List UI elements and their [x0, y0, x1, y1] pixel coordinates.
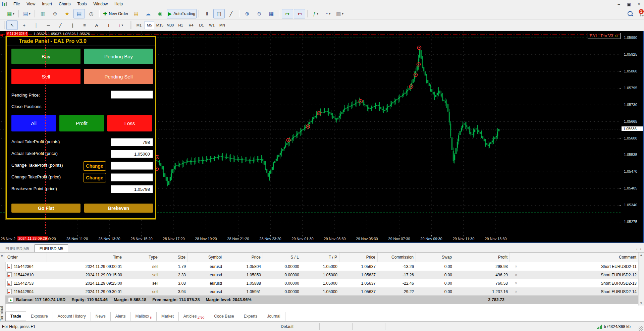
terminal-tab-market[interactable]: Market [157, 312, 179, 321]
change-takeprofit-points-input[interactable] [111, 162, 153, 170]
pending-buy-button[interactable]: Pending Buy [84, 49, 153, 64]
column-header-Type[interactable]: Type ∕ [124, 253, 160, 262]
column-header-Time[interactable]: Time [47, 253, 124, 262]
equidistant-channel-tool-button[interactable]: ∥ [67, 20, 78, 30]
timeframe-m30[interactable]: M30 [165, 21, 175, 29]
profiles-button[interactable]: ▤▾ [21, 9, 33, 18]
indicators-dropdown-icon[interactable]: ▾ [317, 12, 318, 15]
terminal-tab-alerts[interactable]: Alerts [111, 312, 131, 321]
menu-help[interactable]: Help [111, 1, 126, 7]
terminal-close-button[interactable]: x [1, 254, 3, 258]
minimize-button[interactable]: – [614, 0, 624, 8]
terminal-tab-articles[interactable]: Articles1790 [179, 312, 209, 321]
terminal-tab-account-history[interactable]: Account History [53, 312, 91, 321]
order-row[interactable]: 1154423642024.11.29 09:00:01sell1.79euru… [5, 262, 639, 271]
zoom-in-button[interactable]: ⊕ [241, 9, 253, 18]
close-order-icon[interactable]: × [515, 264, 517, 269]
pending-sell-button[interactable]: Pending Sell [84, 69, 153, 84]
strategy-tester-button[interactable]: ◷ [86, 9, 97, 18]
terminal-tab-code-base[interactable]: Code Base [209, 312, 239, 321]
search-icon[interactable] [628, 11, 633, 16]
order-cell-wrap[interactable]: × [510, 264, 519, 269]
chart-line-button[interactable]: ╱ [225, 9, 237, 18]
market-watch-button[interactable]: ▥ [37, 9, 49, 18]
menu-tools[interactable]: Tools [74, 1, 90, 7]
order-cell-wrap[interactable]: × [510, 281, 519, 286]
order-cell-wrap[interactable]: × [510, 273, 519, 277]
timeframe-m15[interactable]: M15 [155, 21, 165, 29]
toolbar-grip-2[interactable] [4, 21, 5, 29]
order-cell-wrap[interactable]: × [510, 289, 519, 294]
templates-dropdown-icon[interactable]: ▾ [342, 12, 343, 15]
timeframe-m5[interactable]: M5 [145, 21, 154, 29]
chart-bars-button[interactable]: ‖ [201, 9, 213, 18]
chart-area[interactable]: ◀ # 11 34 328 4 1.05626 1.05637 1.05626 … [0, 31, 644, 242]
menu-charts[interactable]: Charts [55, 1, 74, 7]
scroll-down-icon[interactable]: ▼ [640, 301, 643, 305]
status-profile[interactable]: Default [278, 323, 319, 330]
toolbar-grip-3[interactable] [130, 21, 131, 29]
order-row[interactable]: 1154427532024.11.29 09:25:00sell3.03euru… [5, 279, 639, 287]
brekeven-button[interactable]: Brekeven [84, 204, 153, 213]
column-header-close[interactable] [510, 253, 519, 262]
zoom-out-button[interactable]: ⊖ [254, 9, 265, 18]
chart-tab-1[interactable]: EURUSD,M5 [35, 244, 68, 253]
news-signal-button[interactable]: ◉ [155, 9, 166, 18]
timeframe-mn[interactable]: MN [217, 21, 227, 29]
terminal-tab-exposure[interactable]: Exposure [26, 312, 53, 321]
chat-button[interactable]: 1 [640, 11, 641, 16]
close-loss-button[interactable]: Loss [107, 115, 152, 131]
autotrading-button[interactable]: ▶AutoTrading [167, 9, 197, 18]
profiles-dropdown-icon[interactable]: ▾ [29, 12, 31, 15]
fibonacci-tool-button[interactable]: ≡ [79, 20, 90, 30]
timeframe-m1[interactable]: M1 [134, 21, 144, 29]
pending-price-input[interactable] [111, 91, 153, 99]
actual-takeprofit-points-input[interactable] [111, 138, 153, 146]
auto-scroll-button[interactable]: ↦ [282, 9, 293, 18]
terminal-tab-experts[interactable]: Experts [239, 312, 263, 321]
metaeditor-button[interactable]: ▤ [130, 9, 142, 18]
menu-insert[interactable]: Insert [39, 1, 55, 7]
column-header-Profit[interactable]: Profit [454, 253, 510, 262]
scroll-up-icon[interactable]: ▲ [640, 253, 643, 257]
tile-windows-button[interactable]: ▦ [266, 9, 277, 18]
timeframe-h4[interactable]: H4 [186, 21, 196, 29]
indicators-button[interactable]: ƒ▾ [310, 9, 321, 18]
close-order-icon[interactable]: × [515, 273, 517, 277]
actual-takeprofit-price-input[interactable] [111, 150, 153, 158]
terminal-tab-trade[interactable]: Trade [5, 312, 26, 321]
timeframe-d1[interactable]: D1 [197, 21, 206, 29]
go-flat-button[interactable]: Go Flat [11, 204, 80, 213]
text-tool-button[interactable]: A [91, 20, 102, 30]
column-header-Size[interactable]: Size [160, 253, 188, 262]
column-header-Swap[interactable]: Swap [416, 253, 454, 262]
restore-button[interactable]: ▣ [624, 0, 634, 8]
change-takeprofit-points-change-button[interactable]: Change [83, 161, 106, 171]
tab-scroll-left-icon[interactable]: ‹ [636, 247, 638, 251]
cursor-tool-button[interactable]: ↖ [6, 20, 18, 30]
terminal-tab-mailbox[interactable]: Mailbox8 [130, 312, 157, 321]
trendline-tool-button[interactable]: ╱ [55, 20, 66, 30]
chart-shift-button[interactable]: ↤ [294, 9, 305, 18]
close-all-button[interactable]: All [11, 115, 56, 131]
close-profit-button[interactable]: Profit [59, 115, 104, 131]
templates-button[interactable]: ▨▾ [334, 9, 345, 18]
menu-file[interactable]: File [10, 1, 23, 7]
chart-tab-0[interactable]: EURUSD,M5 [1, 245, 34, 253]
terminal-tab-news[interactable]: News [91, 312, 111, 321]
menu-view[interactable]: View [23, 1, 39, 7]
vertical-line-tool-button[interactable]: │ [31, 20, 42, 30]
column-header-Symbol[interactable]: Symbol [188, 253, 224, 262]
order-row[interactable]: 1154426102024.11.29 09:15:00sell2.33euru… [5, 271, 639, 279]
terminal-tab-journal[interactable]: Journal [262, 312, 285, 321]
menu-window[interactable]: Window [90, 1, 111, 7]
change-takeprofit-price-input[interactable] [111, 173, 153, 181]
timeframe-h1[interactable]: H1 [176, 21, 185, 29]
new-chart-button[interactable]: ▦▾ [5, 9, 16, 18]
tab-scroll-right-icon[interactable]: › [640, 247, 641, 251]
community-cloud-button[interactable]: ☁ [143, 9, 154, 18]
column-header-Price[interactable]: Price [224, 253, 263, 262]
close-button[interactable]: × [634, 0, 644, 8]
data-window-button[interactable]: ⊕ [49, 9, 61, 18]
horizontal-line-tool-button[interactable]: ─ [43, 20, 54, 30]
